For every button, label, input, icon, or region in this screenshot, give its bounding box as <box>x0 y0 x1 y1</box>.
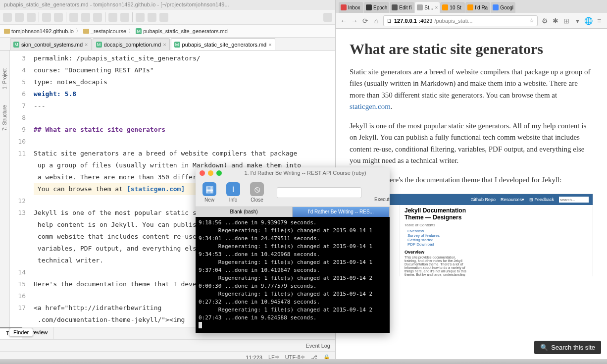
status-bar: Event Log <box>0 339 335 351</box>
term-tab-active[interactable]: I'd Rather Be Writing -- RES... <box>293 207 390 217</box>
gear-icon[interactable]: ⚙ <box>541 17 549 25</box>
tab-label: Epoch <box>373 5 387 10</box>
browser-tab[interactable]: Inbox <box>339 2 363 13</box>
browser-tab[interactable]: St...× <box>415 2 440 13</box>
star-icon[interactable]: ☆ <box>529 17 534 24</box>
toolbar-open-icon[interactable] <box>3 13 12 22</box>
project-tab[interactable]: 1: Project <box>1 65 8 92</box>
toolbar-debug-icon[interactable] <box>148 13 156 22</box>
line-numbers: 34567891011121314151617 <box>10 51 30 327</box>
zoom-icon[interactable] <box>216 170 222 176</box>
forward-icon[interactable]: → <box>351 17 358 25</box>
toolbar-search-icon[interactable] <box>323 13 332 22</box>
staticgen-link[interactable]: staticgen.com <box>350 103 391 110</box>
browser-tab[interactable]: 10 St <box>440 2 465 13</box>
terminal-tabs: Blank (bash) I'd Rather Be Writing -- RE… <box>196 207 390 217</box>
close-icon[interactable]: × <box>268 42 271 48</box>
search-label: Search this site <box>551 344 595 351</box>
toc-item[interactable]: PDF Download <box>405 242 469 247</box>
chevron-right-icon: 〉 <box>128 27 134 35</box>
editor-tab[interactable]: Msion_control_systems.md× <box>10 38 92 50</box>
structure-tab[interactable]: 7: Structure <box>1 102 8 134</box>
toolbar-back-icon[interactable] <box>108 13 117 22</box>
close-icon[interactable] <box>200 170 205 176</box>
close-icon[interactable]: × <box>85 42 88 48</box>
browser-tab[interactable]: Edit fi <box>390 2 414 13</box>
favicon <box>366 4 372 10</box>
toolbar-paste-icon[interactable] <box>93 13 102 22</box>
toolbar-run-icon[interactable] <box>136 13 145 22</box>
addr-path: /pubapis_stati... <box>434 18 472 24</box>
separator <box>105 12 105 22</box>
reload-icon[interactable]: ⟳ <box>361 17 369 25</box>
terminal-window: 1. I'd Rather Be Writing -- REST API Cou… <box>196 167 390 333</box>
paragraph: Here's the documentation theme that I de… <box>384 174 593 186</box>
docs-search-input[interactable] <box>559 197 589 203</box>
execute-button[interactable]: Execute <box>374 183 390 202</box>
editor-tab[interactable]: Mdocapis_completion.md× <box>93 38 170 50</box>
extension-icon[interactable]: ⊞ <box>562 17 570 25</box>
back-icon[interactable]: ← <box>340 17 348 25</box>
extension-icon[interactable]: ✱ <box>552 17 559 25</box>
info-icon: i <box>226 182 240 196</box>
toolbar-forward-icon[interactable] <box>120 13 129 22</box>
terminal-output[interactable]: 9:18:56 ...done in 9.939079 seconds. Reg… <box>196 217 390 333</box>
separator <box>132 12 133 22</box>
close-icon[interactable]: × <box>435 5 438 10</box>
close-button[interactable]: ⦸Close <box>250 182 264 203</box>
favicon <box>341 4 347 10</box>
globe-icon[interactable]: 🌐 <box>584 17 592 25</box>
toc-title: Table of Contents <box>405 223 469 227</box>
addr-port: :4029 <box>419 18 433 24</box>
breadcrumb-folder[interactable]: _restapicourse <box>83 28 126 34</box>
toolbar-refresh-icon[interactable] <box>27 13 36 22</box>
command-input[interactable] <box>277 187 361 198</box>
info-button[interactable]: iInfo <box>226 182 240 203</box>
toc-item[interactable]: Getting started <box>405 238 469 242</box>
toc-item[interactable]: Survey of features <box>405 233 469 238</box>
pocket-icon[interactable]: ▾ <box>573 17 581 25</box>
ide-toolbar <box>0 10 335 25</box>
tab-label: sion_control_systems.md <box>21 42 83 48</box>
addr-host: 127.0.0.1 <box>394 18 417 24</box>
page-heading: What are static site generators <box>350 41 593 57</box>
dock[interactable] <box>0 359 607 364</box>
new-button[interactable]: ▦New <box>202 182 216 203</box>
menu-icon[interactable]: ≡ <box>595 17 603 25</box>
toc-item[interactable]: Overview <box>405 229 469 233</box>
docs-title: Jekyll Documentation Theme — Designers <box>405 207 469 221</box>
toolbar-redo-icon[interactable] <box>54 13 63 22</box>
minimize-icon[interactable] <box>208 170 213 176</box>
feedback-link[interactable]: ⊞ Feedback <box>529 197 554 202</box>
search-site-button[interactable]: 🔍 Search this site <box>534 341 601 354</box>
event-log[interactable]: Event Log <box>305 343 330 349</box>
toolbar-undo-icon[interactable] <box>42 13 51 22</box>
favicon <box>417 4 423 10</box>
breadcrumb-project[interactable]: tomjohnson1492.github.io <box>4 28 74 34</box>
toolbar-cut-icon[interactable] <box>69 13 78 22</box>
tab-label: docapis_completion.md <box>104 42 161 48</box>
browser-tab[interactable]: Epoch <box>364 2 389 13</box>
editor-tab[interactable]: Mpubapis_static_site_generators.md× <box>171 38 275 50</box>
favicon <box>392 4 398 10</box>
browser-tab[interactable]: I'd Ra <box>465 2 490 13</box>
toolbar-save-icon[interactable] <box>15 13 24 22</box>
tab-label: Googl <box>500 5 513 10</box>
browser-tab[interactable]: Googl <box>491 2 515 13</box>
term-tab-blank[interactable]: Blank (bash) <box>196 207 293 217</box>
address-bar[interactable]: 🗋 127.0.0.1:4029/pubapis_stati... ☆ <box>383 15 538 26</box>
close-icon[interactable]: × <box>163 42 166 48</box>
toolbar-settings-icon[interactable] <box>159 13 168 22</box>
chevron-right-icon: 〉 <box>76 27 81 35</box>
tab-label: I'd Ra <box>475 5 488 10</box>
toolbar-copy-icon[interactable] <box>81 13 90 22</box>
browser-toolbar: ← → ⟳ ⌂ 🗋 127.0.0.1:4029/pubapis_stati..… <box>336 13 607 29</box>
page-icon: 🗋 <box>387 18 392 24</box>
home-icon[interactable]: ⌂ <box>372 17 380 25</box>
github-link[interactable]: Github Repo <box>470 197 496 202</box>
resources-menu[interactable]: Resources▾ <box>501 197 524 202</box>
favicon <box>442 4 448 10</box>
breadcrumb-file[interactable]: Mpubapis_static_site_generators.md <box>136 28 228 34</box>
tool-window-rail: 1: Project 7: Structure <box>0 51 10 327</box>
section-title: Overview <box>405 250 469 255</box>
